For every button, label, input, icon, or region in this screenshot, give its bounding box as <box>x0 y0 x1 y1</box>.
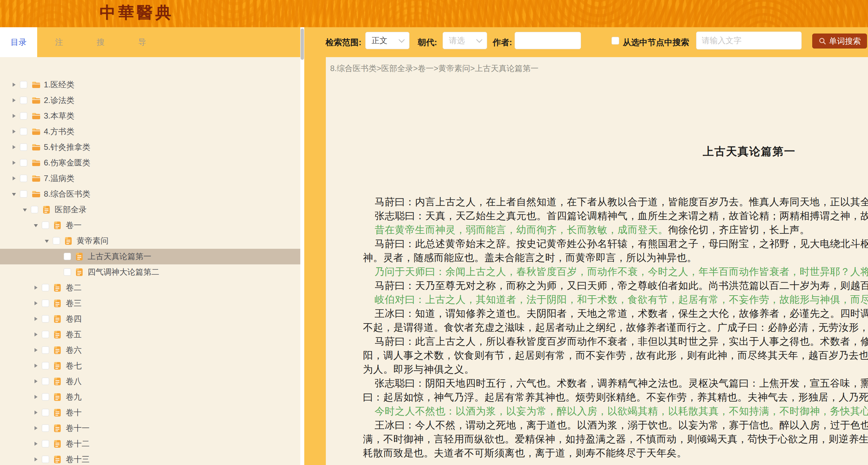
tree-node-卷八[interactable]: 卷八 <box>0 374 300 389</box>
tree-node-卷十一[interactable]: 卷十一 <box>0 420 300 436</box>
tree-node-label[interactable]: 卷七 <box>66 360 82 371</box>
keyword-input[interactable] <box>696 36 801 45</box>
tree-node-卷三[interactable]: 卷三 <box>0 296 300 311</box>
tree-node-label[interactable]: 3.本草类 <box>44 111 74 121</box>
expand-arrow-icon[interactable] <box>34 410 38 415</box>
tree-node-卷十三[interactable]: 卷十三 <box>0 452 300 465</box>
node-checkbox[interactable] <box>20 97 27 104</box>
tree-node-label[interactable]: 卷八 <box>66 376 82 387</box>
word-search-button[interactable]: 单词搜索 <box>812 33 867 49</box>
expand-arrow-icon[interactable] <box>34 457 38 462</box>
tree-node-卷七[interactable]: 卷七 <box>0 358 300 374</box>
tree-node-label[interactable]: 卷五 <box>66 329 82 340</box>
tree-node-label[interactable]: 2.诊法类 <box>44 95 74 106</box>
node-checkbox[interactable] <box>42 331 49 338</box>
collapse-arrow-icon[interactable] <box>23 207 28 212</box>
tree-node-1.医经类[interactable]: 1.医经类 <box>0 77 300 93</box>
node-checkbox[interactable] <box>64 253 71 260</box>
node-checkbox[interactable] <box>42 299 49 307</box>
node-checkbox[interactable] <box>31 206 38 213</box>
node-checkbox[interactable] <box>42 393 49 401</box>
tree-node-卷九[interactable]: 卷九 <box>0 389 300 405</box>
tree-node-四气调神大论篇第二[interactable]: 四气调神大论篇第二 <box>0 264 300 280</box>
tree-node-label[interactable]: 卷十二 <box>66 438 90 449</box>
expand-arrow-icon[interactable] <box>34 441 38 446</box>
node-checkbox[interactable] <box>20 81 27 88</box>
node-checkbox[interactable] <box>42 346 49 354</box>
tree-node-卷十二[interactable]: 卷十二 <box>0 436 300 452</box>
tree-node-label[interactable]: 卷四 <box>66 314 82 324</box>
tab-搜索[interactable]: 搜索 <box>93 27 108 57</box>
scrollbar-thumb[interactable] <box>301 29 304 60</box>
tree-node-卷五[interactable]: 卷五 <box>0 327 300 343</box>
expand-arrow-icon[interactable] <box>34 364 38 368</box>
node-checkbox[interactable] <box>53 237 60 244</box>
expand-arrow-icon[interactable] <box>34 317 38 321</box>
tree-node-label[interactable]: 卷二 <box>66 282 82 293</box>
node-checkbox[interactable] <box>42 315 49 322</box>
author-input[interactable] <box>515 36 581 45</box>
tree-node-医部全录[interactable]: 医部全录 <box>0 202 300 217</box>
tree-node-卷二[interactable]: 卷二 <box>0 280 300 296</box>
expand-arrow-icon[interactable] <box>34 301 38 306</box>
node-checkbox[interactable] <box>64 268 71 276</box>
expand-arrow-icon[interactable] <box>34 395 38 399</box>
tree-node-label[interactable]: 四气调神大论篇第二 <box>88 267 159 277</box>
tree-node-卷一[interactable]: 卷一 <box>0 217 300 233</box>
tree-node-3.本草类[interactable]: 3.本草类 <box>0 108 300 124</box>
expand-arrow-icon[interactable] <box>34 332 38 337</box>
tree-node-4.方书类[interactable]: 4.方书类 <box>0 124 300 140</box>
scope-select[interactable]: 正文 <box>365 32 409 49</box>
node-search-checkbox[interactable] <box>612 37 619 45</box>
tree-node-黄帝素问[interactable]: 黄帝素问 <box>0 233 300 249</box>
node-checkbox[interactable] <box>42 409 49 416</box>
tree-node-label[interactable]: 卷十一 <box>66 423 90 433</box>
node-checkbox[interactable] <box>42 440 49 447</box>
node-checkbox[interactable] <box>42 425 49 432</box>
tab-注释[interactable]: 注释 <box>52 27 67 57</box>
tree-node-2.诊法类[interactable]: 2.诊法类 <box>0 93 300 108</box>
node-checkbox[interactable] <box>20 144 27 151</box>
node-checkbox[interactable] <box>20 175 27 182</box>
node-checkbox[interactable] <box>20 112 27 120</box>
expand-arrow-icon[interactable] <box>34 348 38 352</box>
tree-node-label[interactable]: 卷十三 <box>66 454 90 465</box>
tree-node-卷六[interactable]: 卷六 <box>0 343 300 358</box>
tree-node-label[interactable]: 4.方书类 <box>44 126 74 137</box>
tree-node-6.伤寒金匮类[interactable]: 6.伤寒金匮类 <box>0 155 300 171</box>
tree-node-label[interactable]: 8.综合医书类 <box>44 188 90 199</box>
node-checkbox[interactable] <box>42 362 49 369</box>
tree-node-label[interactable]: 卷九 <box>66 391 82 402</box>
tree-node-8.综合医书类[interactable]: 8.综合医书类 <box>0 186 300 202</box>
tree-node-上古天真论篇第一[interactable]: 上古天真论篇第一 <box>0 249 300 264</box>
tree-node-label[interactable]: 卷一 <box>66 220 82 231</box>
expand-arrow-icon[interactable] <box>12 98 17 103</box>
tree-node-卷十[interactable]: 卷十 <box>0 405 300 420</box>
node-checkbox[interactable] <box>42 284 49 291</box>
expand-arrow-icon[interactable] <box>34 285 38 290</box>
tree-node-label[interactable]: 1.医经类 <box>44 79 74 90</box>
tree-node-label[interactable]: 6.伤寒金匮类 <box>44 157 90 168</box>
collapse-arrow-icon[interactable] <box>45 238 50 243</box>
tab-目录[interactable]: 目录 <box>0 27 37 57</box>
node-checkbox[interactable] <box>20 190 27 198</box>
tree-node-label[interactable]: 医部全录 <box>55 204 87 215</box>
node-checkbox[interactable] <box>42 222 49 229</box>
expand-arrow-icon[interactable] <box>34 379 38 384</box>
tree-node-5.针灸推拿类[interactable]: 5.针灸推拿类 <box>0 140 300 155</box>
tree-node-7.温病类[interactable]: 7.温病类 <box>0 171 300 186</box>
node-checkbox[interactable] <box>42 456 49 463</box>
tree-node-label[interactable]: 7.温病类 <box>44 173 74 184</box>
collapse-arrow-icon[interactable] <box>34 223 38 228</box>
tree-node-label[interactable]: 黄帝素问 <box>76 235 108 246</box>
collapse-arrow-icon[interactable] <box>12 192 17 196</box>
expand-arrow-icon[interactable] <box>12 82 17 87</box>
node-checkbox[interactable] <box>20 159 27 166</box>
tree-node-label[interactable]: 卷十 <box>66 407 82 418</box>
node-checkbox[interactable] <box>20 128 27 135</box>
expand-arrow-icon[interactable] <box>12 129 17 134</box>
left-panel-scrollbar[interactable] <box>300 27 304 465</box>
tree-node-label[interactable]: 卷三 <box>66 298 82 309</box>
node-checkbox[interactable] <box>42 378 49 385</box>
tab-导出[interactable]: 导出 <box>134 27 150 57</box>
